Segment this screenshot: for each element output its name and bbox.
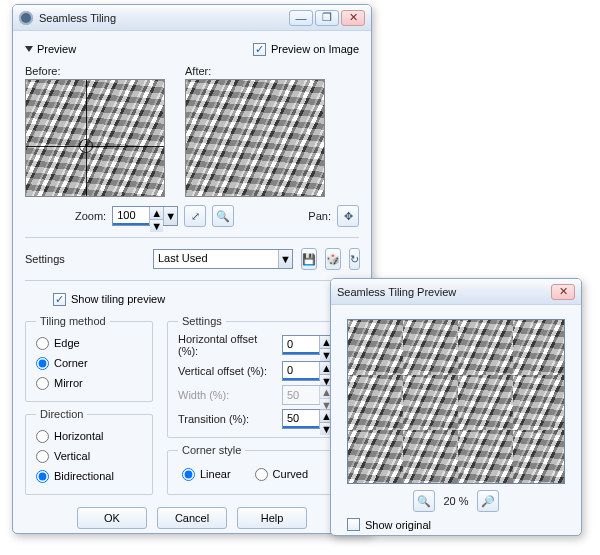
checkbox-empty-icon: ✓	[347, 518, 360, 531]
tiling-method-group: Tiling method Edge Corner Mirror	[25, 315, 153, 402]
direction-vertical-radio[interactable]: Vertical	[36, 446, 142, 466]
corner-curved-radio[interactable]: Curved	[255, 464, 308, 484]
direction-group: Direction Horizontal Vertical Bidirectio…	[25, 408, 153, 495]
checkmark-icon: ✓	[253, 43, 266, 56]
settings-preset-dropdown[interactable]: Last Used ▼	[153, 249, 293, 269]
preview-on-image-checkbox[interactable]: ✓ Preview on Image	[253, 39, 359, 59]
fit-icon: ⤢	[191, 210, 200, 223]
width-input	[283, 386, 319, 404]
zoom-in-icon: 🔎	[481, 495, 495, 508]
tiling-mirror-radio[interactable]: Mirror	[36, 373, 142, 393]
show-tiling-preview-checkbox[interactable]: ✓ Show tiling preview	[53, 289, 359, 309]
help-button[interactable]: Help	[237, 507, 307, 529]
direction-legend: Direction	[36, 408, 87, 420]
pan-button[interactable]: ✥	[337, 205, 359, 227]
voff-input[interactable]	[283, 362, 319, 380]
transition-label: Transition (%):	[178, 413, 272, 425]
preview-header: Preview	[37, 43, 76, 55]
titlebar[interactable]: Seamless Tiling — ❐ ✕	[13, 5, 371, 31]
direction-bidirectional-radio[interactable]: Bidirectional	[36, 466, 142, 486]
corner-linear-radio[interactable]: Linear	[182, 464, 231, 484]
settings-label: Settings	[25, 253, 145, 265]
reset-icon: ↻	[350, 253, 359, 266]
dice-icon: 🎲	[326, 253, 340, 266]
zoom-input[interactable]	[113, 207, 149, 225]
window-title: Seamless Tiling Preview	[337, 286, 551, 298]
zoom-spinbox[interactable]: ▲▼ ▼	[112, 206, 178, 226]
save-icon: 💾	[302, 253, 316, 266]
settings-group-legend: Settings	[178, 315, 226, 327]
magnifier-icon: 🔍	[216, 210, 230, 223]
preview-section-toggle[interactable]: Preview	[25, 43, 76, 55]
spin-down-icon[interactable]: ▼	[150, 219, 163, 232]
reset-button[interactable]: ↻	[349, 248, 360, 270]
width-label: Width (%):	[178, 389, 272, 401]
titlebar[interactable]: Seamless Tiling Preview ✕	[331, 279, 581, 305]
corner-style-legend: Corner style	[178, 444, 245, 456]
show-original-checkbox[interactable]: ✓ Show original	[343, 518, 569, 531]
checkmark-icon: ✓	[53, 293, 66, 306]
direction-horizontal-radio[interactable]: Horizontal	[36, 426, 142, 446]
minimize-button[interactable]: —	[289, 10, 313, 26]
tiled-preview-image[interactable]	[347, 319, 565, 484]
after-preview[interactable]	[185, 79, 325, 197]
chevron-down-icon: ▼	[278, 250, 292, 268]
zoom-dropdown[interactable]: ▼	[163, 207, 177, 225]
ok-button[interactable]: OK	[77, 507, 147, 529]
after-label: After:	[185, 65, 325, 77]
hoff-label: Horizontal offset (%):	[178, 333, 272, 357]
tiling-method-legend: Tiling method	[36, 315, 110, 327]
close-button[interactable]: ✕	[551, 284, 575, 300]
maximize-button[interactable]: ❐	[315, 10, 339, 26]
fit-button[interactable]: ⤢	[184, 205, 206, 227]
window-title: Seamless Tiling	[39, 12, 289, 24]
zoom-out-icon: 🔍	[417, 495, 431, 508]
seamless-tiling-dialog: Seamless Tiling — ❐ ✕ Preview ✓ Preview …	[12, 4, 372, 534]
save-preset-button[interactable]: 💾	[301, 248, 317, 270]
show-tiling-preview-label: Show tiling preview	[71, 293, 165, 305]
hoff-input[interactable]	[283, 336, 319, 354]
before-preview[interactable]	[25, 79, 165, 197]
pan-icon: ✥	[344, 210, 353, 223]
close-button[interactable]: ✕	[341, 10, 365, 26]
cancel-button[interactable]: Cancel	[157, 507, 227, 529]
zoom-in-button[interactable]: 🔎	[477, 490, 499, 512]
zoom-percent: 20 %	[443, 495, 468, 507]
tiling-edge-radio[interactable]: Edge	[36, 333, 142, 353]
zoom-out-button[interactable]: 🔍	[413, 490, 435, 512]
voff-label: Vertical offset (%):	[178, 365, 272, 377]
chevron-down-icon	[25, 46, 33, 52]
show-original-label: Show original	[365, 519, 431, 531]
app-icon	[19, 11, 33, 25]
zoom-label: Zoom:	[75, 210, 106, 222]
tiling-corner-radio[interactable]: Corner	[36, 353, 142, 373]
before-label: Before:	[25, 65, 165, 77]
preview-on-image-label: Preview on Image	[271, 43, 359, 55]
seamless-tiling-preview-window: Seamless Tiling Preview ✕ 🔍 20 % 🔎 ✓ Sho…	[330, 278, 582, 536]
crosshair-icon	[79, 139, 93, 153]
randomize-button[interactable]: 🎲	[325, 248, 341, 270]
actual-size-button[interactable]: 🔍	[212, 205, 234, 227]
transition-input[interactable]	[283, 410, 319, 428]
spin-up-icon[interactable]: ▲	[150, 207, 163, 219]
pan-label: Pan:	[308, 210, 331, 222]
settings-preset-value: Last Used	[154, 250, 278, 268]
